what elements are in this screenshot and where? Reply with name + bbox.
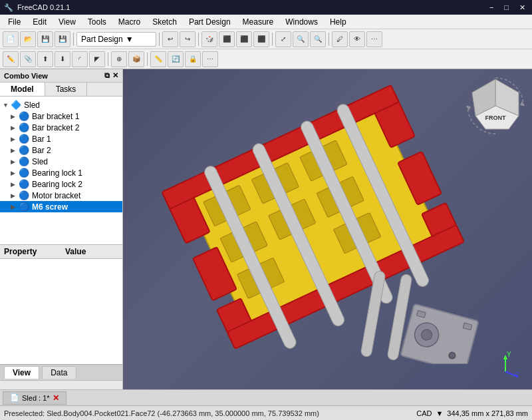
main-area: Combo View ⧉ ✕ Model Tasks ▼🔷Sled▶🔵Bar b…	[0, 69, 532, 389]
combo-view-header: Combo View ⧉ ✕	[0, 69, 122, 83]
redo-button[interactable]: ↪	[180, 31, 196, 47]
more-views-button[interactable]: ⋯	[366, 31, 382, 47]
pad-button[interactable]: ⬆	[37, 51, 53, 67]
app-title: FreeCAD 0.21.1	[17, 3, 70, 11]
value-col-header: Value	[61, 245, 122, 258]
app-icon: 🔧	[4, 3, 13, 12]
tree-arrow-sled[interactable]: ▼	[3, 102, 11, 108]
close-button[interactable]: ✕	[517, 3, 528, 12]
save-button[interactable]: 💾	[37, 31, 53, 47]
menu-item-help[interactable]: Help	[325, 16, 352, 28]
tree-item-bar-2[interactable]: ▶🔵Bar 2	[0, 144, 122, 156]
menu-item-part design[interactable]: Part Design	[184, 16, 236, 28]
axis-indicator: Y Z	[492, 351, 519, 379]
tree-label-bar-bracket-1: Bar bracket 1	[32, 112, 79, 121]
workbench-dropdown[interactable]: Part Design ▼	[76, 32, 156, 47]
workbench-label: Part Design	[81, 35, 123, 44]
document-tab-close[interactable]: ✕	[53, 393, 59, 403]
tree-arrow-bearing-lock-2[interactable]: ▶	[11, 181, 19, 188]
draw-style-button[interactable]: 🖊	[332, 31, 348, 47]
preselected-info: Preselected: Sled.Body004.Pocket021.Face…	[4, 409, 319, 417]
tree-label-bar-2: Bar 2	[32, 146, 51, 155]
titlebar-left: 🔧 FreeCAD 0.21.1	[4, 3, 70, 12]
viewport-3d[interactable]: FRONT	[123, 69, 532, 389]
tree-arrow-bar-1[interactable]: ▶	[11, 136, 19, 142]
tree-arrow-m6-screw[interactable]: ▶	[11, 204, 19, 210]
tab-tasks[interactable]: Tasks	[45, 83, 88, 96]
tree-icon-bar-2: 🔵	[19, 145, 29, 155]
save-as-button[interactable]: 💾	[55, 31, 70, 47]
new-file-button[interactable]: 📄	[3, 31, 19, 47]
document-tab-icon: 📄	[10, 393, 19, 402]
zoom-out-button[interactable]: 🔍	[310, 31, 326, 47]
chamfer-button[interactable]: ◤	[89, 51, 105, 67]
tree-arrow-bearing-lock-1[interactable]: ▶	[11, 170, 19, 176]
tree-item-sled-body[interactable]: ▶🔵Sled	[0, 156, 122, 167]
tree-label-motor-bracket: Motor bracket	[32, 191, 80, 200]
tab-view[interactable]: View	[4, 366, 39, 379]
stereo-button[interactable]: 👁	[349, 31, 365, 47]
svg-marker-4	[520, 101, 525, 106]
tree-item-bar-bracket-1[interactable]: ▶🔵Bar bracket 1	[0, 110, 122, 122]
tree-icon-bearing-lock-1: 🔵	[19, 168, 29, 178]
tab-model[interactable]: Model	[0, 83, 45, 96]
tree-label-bearing-lock-2: Bearing lock 2	[32, 180, 82, 189]
minimize-button[interactable]: −	[487, 3, 496, 12]
svg-text:Y: Y	[507, 351, 511, 358]
menu-item-file[interactable]: File	[3, 16, 26, 28]
tree-item-m6-screw[interactable]: ▶🔵M6 screw	[0, 201, 122, 212]
fillet-button[interactable]: ◜	[72, 51, 88, 67]
menu-item-sketch[interactable]: Sketch	[147, 16, 182, 28]
undo-button[interactable]: ↩	[162, 31, 178, 47]
pocket-button[interactable]: ⬇	[55, 51, 70, 67]
refresh-button[interactable]: 🔄	[168, 51, 184, 67]
tree-label-m6-screw: M6 screw	[32, 202, 68, 212]
tree-arrow-motor-bracket[interactable]: ▶	[11, 192, 19, 199]
menu-item-measure[interactable]: Measure	[237, 16, 279, 28]
menu-item-tools[interactable]: Tools	[82, 16, 112, 28]
axis-svg: Y Z	[492, 351, 519, 378]
body-button[interactable]: 📦	[128, 51, 144, 67]
view-3d-button[interactable]: 🎲	[201, 31, 217, 47]
tree-arrow-bar-bracket-1[interactable]: ▶	[11, 113, 19, 120]
menu-item-view[interactable]: View	[53, 16, 81, 28]
tree-label-bearing-lock-1: Bearing lock 1	[32, 168, 82, 178]
view-front-button[interactable]: ⬛	[219, 31, 235, 47]
tree-arrow-bar-bracket-2[interactable]: ▶	[11, 124, 19, 131]
tree-item-motor-bracket[interactable]: ▶🔵Motor bracket	[0, 190, 122, 201]
menu-item-macro[interactable]: Macro	[113, 16, 146, 28]
tree-view: ▼🔷Sled▶🔵Bar bracket 1▶🔵Bar bracket 2▶🔵Ba…	[0, 97, 122, 244]
view-top-button[interactable]: ⬛	[236, 31, 252, 47]
menu-item-edit[interactable]: Edit	[27, 16, 52, 28]
tree-arrow-bar-2[interactable]: ▶	[11, 147, 19, 154]
open-file-button[interactable]: 📂	[20, 31, 36, 47]
cad-mode-arrow[interactable]: ▼	[436, 409, 443, 417]
tab-data[interactable]: Data	[42, 366, 76, 379]
constraint-button[interactable]: 🔒	[185, 51, 201, 67]
zoom-in-button[interactable]: 🔍	[293, 31, 309, 47]
tree-item-bearing-lock-1[interactable]: ▶🔵Bearing lock 1	[0, 167, 122, 178]
tree-arrow-sled-body[interactable]: ▶	[11, 158, 19, 165]
maximize-button[interactable]: □	[501, 3, 511, 12]
tree-item-bar-bracket-2[interactable]: ▶🔵Bar bracket 2	[0, 122, 122, 133]
cad-status: CAD ▼ 344,35 mm x 271,83 mm	[416, 409, 528, 417]
measure-button[interactable]: 📏	[150, 51, 166, 67]
tree-item-sled[interactable]: ▼🔷Sled	[0, 99, 122, 110]
view-iso-button[interactable]: ⬛	[253, 31, 269, 47]
boolean-button[interactable]: ⊕	[111, 51, 127, 67]
zoom-fit-button[interactable]: ⤢	[275, 31, 291, 47]
attach-sketch-button[interactable]: 📎	[20, 51, 36, 67]
document-tab-sled[interactable]: 📄 Sled : 1* ✕	[3, 391, 66, 405]
menu-item-windows[interactable]: Windows	[280, 16, 323, 28]
tree-item-bar-1[interactable]: ▶🔵Bar 1	[0, 133, 122, 144]
svg-rect-29	[400, 304, 478, 363]
tree-icon-motor-bracket: 🔵	[19, 190, 29, 200]
separator7	[147, 53, 148, 66]
combo-close-button[interactable]: ✕	[112, 71, 118, 80]
new-sketch-button[interactable]: ✏️	[3, 51, 19, 67]
more-tools-button[interactable]: ⋯	[202, 51, 218, 67]
tree-label-sled: Sled	[24, 101, 40, 110]
combo-float-button[interactable]: ⧉	[104, 71, 110, 80]
horizontal-scrollbar[interactable]	[0, 380, 122, 389]
tree-item-bearing-lock-2[interactable]: ▶🔵Bearing lock 2	[0, 178, 122, 190]
